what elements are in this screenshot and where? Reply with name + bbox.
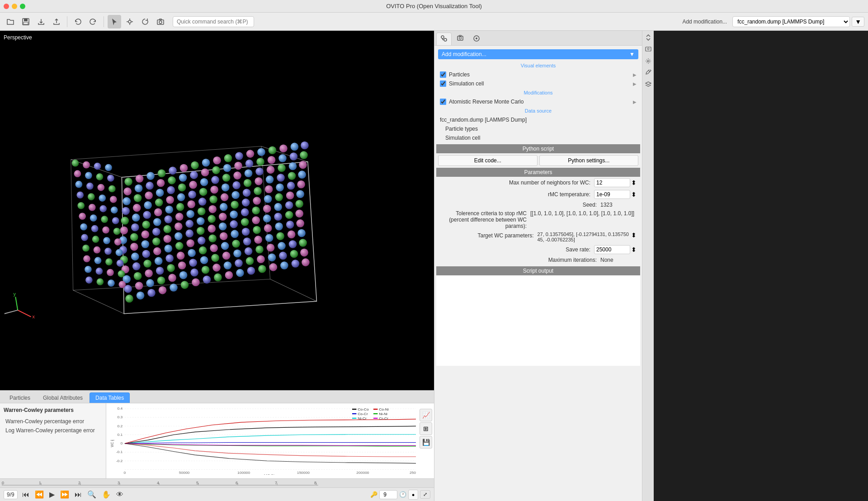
svg-point-269 <box>103 237 110 244</box>
sidebar-edit-btn[interactable] <box>643 68 653 78</box>
goto-prev-btn[interactable]: ⏪ <box>33 489 46 500</box>
import-button[interactable] <box>34 15 48 28</box>
maximize-button[interactable] <box>20 4 25 9</box>
svg-point-356 <box>647 48 649 50</box>
edit-code-btn[interactable]: Edit code... <box>438 155 538 166</box>
pipeline-dropdown-btn[interactable]: ▼ <box>852 17 864 27</box>
pipelines-label: Add modification... <box>682 19 727 25</box>
svg-point-72 <box>166 196 174 204</box>
close-button[interactable] <box>4 4 9 9</box>
svg-point-234 <box>269 263 278 271</box>
save-rate-spinner[interactable]: ⬍ <box>631 246 637 253</box>
svg-point-20 <box>158 169 166 177</box>
svg-point-267 <box>101 216 108 223</box>
datasource-simcell[interactable]: Simulation cell <box>436 133 640 142</box>
svg-point-236 <box>292 260 300 268</box>
tab-overlay[interactable] <box>469 33 484 45</box>
python-settings-btn[interactable]: Python settings... <box>539 155 639 166</box>
svg-point-64 <box>267 166 275 174</box>
svg-point-77 <box>222 184 230 192</box>
particles-checkbox[interactable] <box>440 71 446 78</box>
save-rate-input[interactable] <box>594 245 630 254</box>
visual-elements-header: Visual elements <box>436 61 640 70</box>
armc-checkbox[interactable] <box>440 99 446 105</box>
svg-text:WC ij: WC ij <box>110 440 114 447</box>
pipeline-selector[interactable]: fcc_random.dump [LAMMPS Dump] <box>732 16 850 27</box>
datasource-particle-types[interactable]: Particle types <box>436 124 640 133</box>
viewport-label: Perspective <box>4 34 32 41</box>
armc-expand[interactable]: ▶ <box>633 99 637 104</box>
sidebar-settings-btn[interactable] <box>643 56 653 66</box>
goto-last-btn[interactable]: ⏭ <box>73 490 84 500</box>
svg-point-271 <box>105 258 113 265</box>
tab-pipeline[interactable] <box>436 33 452 45</box>
add-modification-btn[interactable]: Add modification... ▼ <box>438 49 638 59</box>
svg-point-47 <box>268 156 276 164</box>
play-btn[interactable]: ▶ <box>47 489 57 500</box>
sidebar-render-btn[interactable] <box>643 44 653 54</box>
expand-btn[interactable]: ⤢ <box>420 490 430 499</box>
save-button[interactable] <box>19 15 33 28</box>
frame-number-input[interactable] <box>379 490 397 499</box>
svg-point-185 <box>288 231 296 239</box>
svg-point-259 <box>94 257 102 264</box>
svg-point-162 <box>220 232 228 241</box>
svg-point-99 <box>276 184 284 192</box>
svg-point-43 <box>223 164 231 172</box>
goto-next-btn[interactable]: ⏩ <box>58 489 71 500</box>
tab-global-attributes[interactable]: Global Attributes <box>37 392 89 403</box>
undo-button[interactable] <box>71 15 85 28</box>
select-button[interactable] <box>108 15 121 28</box>
data-table-item-log-wc[interactable]: Log Warren-Cowley percentage error <box>4 426 102 435</box>
sidebar-expand-btn[interactable] <box>643 33 653 43</box>
chart-line-btn[interactable]: 📈 <box>420 409 432 421</box>
key-icon[interactable]: 🔑 <box>370 491 377 498</box>
sidebar-title: Warren-Cowley parameters <box>4 407 102 413</box>
clock-icon[interactable]: 🕐 <box>399 491 406 498</box>
svg-point-140 <box>163 235 171 243</box>
svg-point-217 <box>268 254 276 262</box>
tab-data-tables[interactable]: Data Tables <box>90 392 130 403</box>
record-btn[interactable]: ● <box>408 490 418 500</box>
goto-first-btn[interactable]: ⏮ <box>20 490 31 500</box>
transform-button[interactable] <box>123 15 137 28</box>
export-button[interactable] <box>50 15 63 28</box>
datasource-file[interactable]: fcc_random.dump [LAMMPS Dump] <box>436 115 640 124</box>
tab-render[interactable] <box>453 33 468 45</box>
max-neighbors-input[interactable] <box>594 178 630 187</box>
svg-point-274 <box>105 164 112 171</box>
open-button[interactable] <box>4 15 17 28</box>
svg-point-175 <box>177 252 185 260</box>
sidebar-layers-btn[interactable] <box>643 80 653 90</box>
simcell-checkbox[interactable] <box>440 80 446 87</box>
target-wc-spinner[interactable]: ⬍ <box>631 232 637 239</box>
max-neighbors-spinner[interactable]: ⬍ <box>631 179 637 186</box>
particles-expand[interactable]: ▶ <box>633 72 637 77</box>
loop-btn[interactable]: 🔍 <box>85 489 98 500</box>
svg-text:7: 7 <box>275 481 277 485</box>
data-table-item-wc-error[interactable]: Warren-Cowley percentage error <box>4 417 102 426</box>
search-input[interactable] <box>173 16 254 27</box>
svg-point-49 <box>290 152 298 161</box>
eye-btn[interactable]: 👁 <box>114 490 125 500</box>
reset-view-button[interactable] <box>138 15 152 28</box>
viewport-3d[interactable]: Perspective <box>0 31 434 390</box>
svg-point-152 <box>295 210 303 218</box>
minimize-button[interactable] <box>12 4 17 9</box>
hand-btn[interactable]: ✋ <box>100 489 113 500</box>
chart-save-btn[interactable]: 💾 <box>420 436 432 449</box>
svg-point-182 <box>254 236 262 244</box>
rmc-temp-input[interactable] <box>594 190 630 199</box>
svg-rect-321 <box>373 413 377 414</box>
tab-particles[interactable]: Particles <box>4 392 36 403</box>
chart-table-btn[interactable]: ⊞ <box>420 422 432 435</box>
bottom-tabs: Particles Global Attributes Data Tables <box>0 391 434 403</box>
screenshot-button[interactable] <box>154 15 167 28</box>
svg-point-169 <box>296 219 304 227</box>
svg-point-219 <box>290 250 298 258</box>
simcell-expand[interactable]: ▶ <box>633 81 637 86</box>
redo-button[interactable] <box>86 15 100 28</box>
svg-point-97 <box>254 187 262 195</box>
rmc-temp-spinner[interactable]: ⬍ <box>631 191 637 198</box>
svg-point-354 <box>476 38 477 39</box>
